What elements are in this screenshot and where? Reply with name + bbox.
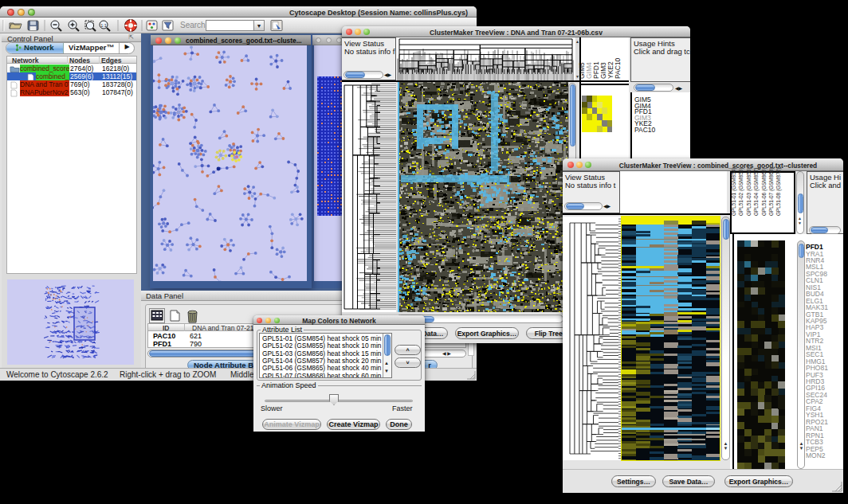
svg-text:1:1: 1:1 [100, 23, 107, 28]
